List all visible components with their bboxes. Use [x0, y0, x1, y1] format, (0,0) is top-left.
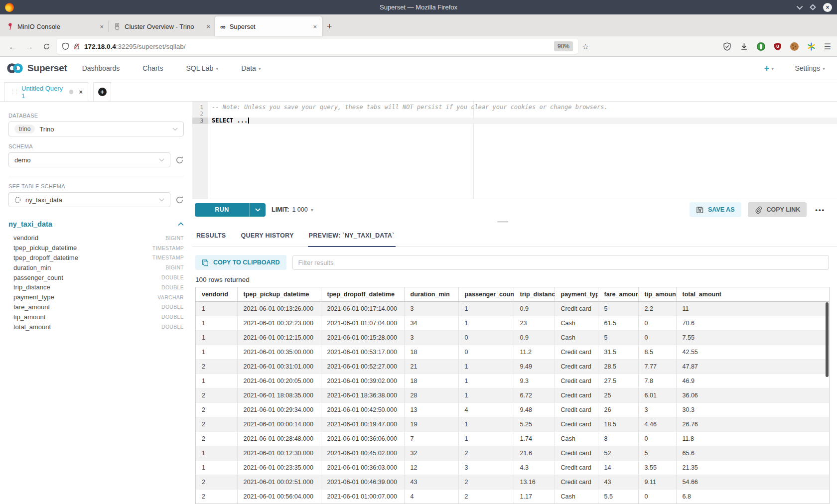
nav-item-sql-lab[interactable]: SQL Lab▾: [186, 64, 218, 72]
insecure-lock-icon[interactable]: [73, 42, 80, 50]
menu-hamburger-icon[interactable]: ☰: [824, 42, 831, 51]
column-header[interactable]: tpep_dropoff_datetime: [321, 287, 404, 301]
table-row[interactable]: 22021-06-01 00:28:48.0002021-06-01 00:36…: [196, 431, 829, 446]
schema-select[interactable]: demo: [8, 152, 170, 167]
pane-splitter[interactable]: [192, 220, 837, 224]
new-item-menu[interactable]: + ▾: [764, 64, 774, 73]
table-row[interactable]: 22021-06-01 00:56:04.0002021-06-01 01:00…: [196, 489, 829, 504]
reload-icon[interactable]: [40, 43, 53, 50]
table-row[interactable]: 22021-06-01 00:00:14.0002021-06-01 00:19…: [196, 417, 829, 431]
table-cell: 0: [458, 330, 514, 345]
table-cell: 2021-06-01 00:20:05.000: [237, 374, 321, 388]
column-header[interactable]: trip_distance: [514, 287, 555, 301]
browser-tab-minio[interactable]: MinIO Console ×: [2, 16, 109, 36]
table-row[interactable]: 12021-06-01 00:20:05.0002021-06-01 00:39…: [196, 374, 829, 388]
extension-shield-icon[interactable]: [723, 42, 731, 51]
run-query-button[interactable]: RUN: [195, 203, 266, 217]
refresh-schema-icon[interactable]: [175, 156, 184, 164]
table-cell: 9.48: [514, 402, 555, 417]
bookmark-star-icon[interactable]: ☆: [582, 42, 589, 51]
nav-item-dashboards[interactable]: Dashboards: [82, 64, 120, 72]
results-tab-2[interactable]: PREVIEW: `NY_TAXI_DATA`: [308, 232, 396, 247]
table-row[interactable]: 12021-06-01 00:35:00.0002021-06-01 00:53…: [196, 345, 829, 359]
column-header[interactable]: fare_amount: [598, 287, 638, 301]
more-options-icon[interactable]: •••: [815, 206, 825, 214]
new-tab-button[interactable]: +: [322, 16, 337, 36]
schema-column-row[interactable]: payment_typeVARCHAR: [8, 292, 184, 302]
results-tab-1[interactable]: QUERY HISTORY: [240, 232, 295, 247]
save-as-button[interactable]: SAVE AS: [690, 202, 741, 217]
table-vertical-scrollbar[interactable]: [826, 302, 829, 377]
schema-column-row[interactable]: duration_minBIGINT: [8, 262, 184, 272]
schema-column-row[interactable]: total_amountDOUBLE: [8, 322, 184, 332]
window-close-icon[interactable]: ×: [823, 3, 832, 12]
forward-icon[interactable]: →: [23, 42, 36, 51]
schema-column-row[interactable]: tpep_dropoff_datetimeTIMESTAMP: [8, 253, 184, 263]
tab-close-icon[interactable]: ×: [100, 23, 104, 30]
table-row[interactable]: 22021-06-01 00:31:01.0002021-06-01 00:52…: [196, 359, 829, 374]
table-row[interactable]: 22021-06-01 00:29:34.0002021-06-01 00:42…: [196, 402, 829, 417]
column-header[interactable]: tip_amount: [638, 287, 676, 301]
collapse-chevron-up-icon[interactable]: [178, 222, 184, 226]
table-row[interactable]: 12021-06-01 00:23:35.0002021-06-01 00:36…: [196, 460, 829, 475]
column-type: DOUBLE: [161, 274, 184, 280]
nav-item-charts[interactable]: Charts: [142, 64, 163, 72]
tracking-shield-icon[interactable]: [62, 42, 69, 50]
table-row[interactable]: 22021-06-01 00:02:51.0002021-06-01 00:46…: [196, 475, 829, 489]
url-field[interactable]: 172.18.0.4:32295/superset/sqllab/ 90%: [57, 39, 578, 54]
table-cell: 2021-06-01 00:28:48.000: [237, 431, 321, 446]
settings-menu[interactable]: Settings▾: [795, 64, 825, 72]
column-header[interactable]: vendorid: [196, 287, 237, 301]
column-header[interactable]: duration_min: [404, 287, 458, 301]
window-title: Superset — Mozilla Firefox: [0, 3, 837, 11]
copy-to-clipboard-button[interactable]: COPY TO CLIPBOARD: [195, 255, 286, 270]
window-maximize-icon[interactable]: [810, 4, 816, 10]
table-row[interactable]: 22021-06-01 18:08:35.0002021-06-01 18:36…: [196, 388, 829, 402]
browser-tab-superset[interactable]: ∞ Superset ×: [215, 16, 322, 36]
limit-dropdown[interactable]: LIMIT: 1 000 ▾: [272, 206, 313, 213]
nav-item-data[interactable]: Data▾: [241, 64, 261, 72]
cookie-icon[interactable]: [790, 42, 799, 51]
refresh-table-icon[interactable]: [175, 196, 184, 204]
superset-brand[interactable]: Superset: [6, 62, 67, 74]
splitter-grip-icon[interactable]: [497, 221, 508, 224]
schema-column-row[interactable]: tip_amountDOUBLE: [8, 312, 184, 322]
tab-close-icon[interactable]: ×: [206, 23, 210, 30]
browser-tab-trino[interactable]: Cluster Overview - Trino ×: [109, 16, 215, 36]
table-cell: Cash: [555, 431, 598, 446]
table-row[interactable]: 12021-06-01 00:12:15.0002021-06-01 00:15…: [196, 330, 829, 345]
table-row[interactable]: 12021-06-01 00:32:23.0002021-06-01 01:07…: [196, 316, 829, 330]
column-header[interactable]: passenger_count: [458, 287, 514, 301]
run-options-chevron[interactable]: [249, 203, 266, 217]
table-schema-title[interactable]: ny_taxi_data: [8, 220, 52, 228]
filter-results-input[interactable]: [292, 255, 829, 270]
table-select[interactable]: ny_taxi_data: [8, 192, 170, 207]
extension-asterisk-icon[interactable]: [807, 42, 816, 51]
column-header[interactable]: tpep_pickup_datetime: [237, 287, 321, 301]
sql-editor[interactable]: 1 -- Note: Unless you save your query, t…: [192, 102, 837, 199]
back-icon[interactable]: ←: [6, 42, 19, 51]
table-cell: 7: [404, 431, 458, 446]
schema-column-row[interactable]: trip_distanceDOUBLE: [8, 282, 184, 292]
table-icon: [14, 197, 21, 203]
column-header[interactable]: total_amount: [676, 287, 829, 301]
column-header[interactable]: payment_type: [555, 287, 598, 301]
extension-green-icon[interactable]: [757, 42, 765, 51]
schema-column-row[interactable]: vendoridBIGINT: [8, 233, 184, 243]
results-tab-0[interactable]: RESULTS: [195, 232, 227, 247]
query-tab[interactable]: ⋮⋮ Untitled Query 1 ×: [4, 82, 88, 101]
page-zoom-badge[interactable]: 90%: [554, 41, 573, 51]
table-row[interactable]: 12021-06-01 00:12:30.0002021-06-01 00:45…: [196, 446, 829, 460]
ublock-icon[interactable]: [774, 42, 782, 51]
download-icon[interactable]: [740, 42, 748, 51]
copy-link-button[interactable]: COPY LINK: [748, 202, 807, 217]
table-row[interactable]: 12021-06-01 00:13:26.0002021-06-01 00:17…: [196, 301, 829, 316]
schema-column-row[interactable]: passenger_countDOUBLE: [8, 272, 184, 282]
query-tab-close-icon[interactable]: ×: [79, 88, 83, 96]
tab-close-icon[interactable]: ×: [313, 23, 317, 30]
drag-grip-icon[interactable]: ⋮⋮: [10, 89, 18, 95]
schema-column-row[interactable]: fare_amountDOUBLE: [8, 302, 184, 312]
database-select[interactable]: trino Trino: [8, 122, 184, 136]
schema-column-row[interactable]: tpep_pickup_datetimeTIMESTAMP: [8, 243, 184, 253]
add-query-tab-button[interactable]: +: [93, 82, 111, 101]
